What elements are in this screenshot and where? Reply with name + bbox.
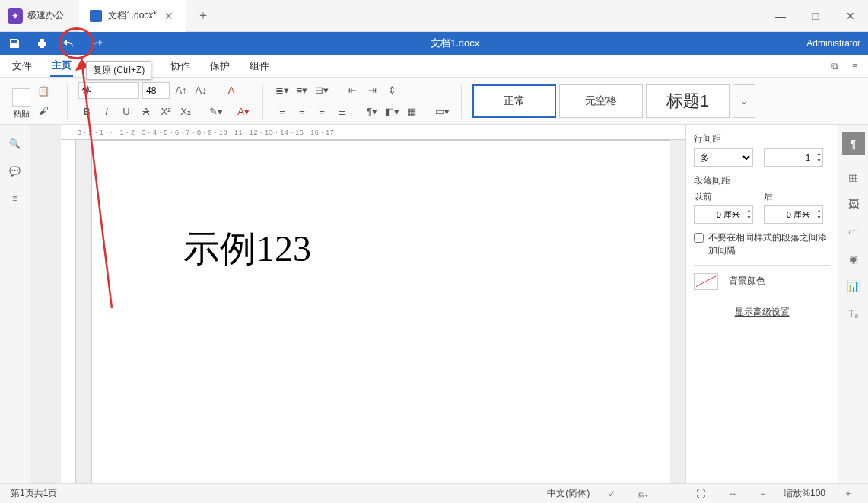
strike-button[interactable]: A (138, 103, 154, 120)
menu-protect[interactable]: 保护 (208, 56, 231, 76)
bold-button[interactable]: B (78, 103, 95, 120)
language-indicator[interactable]: 中文(简体) (547, 487, 590, 500)
document-title: 文档1.docx (103, 37, 806, 50)
shape-panel-icon[interactable]: ◉ (849, 253, 858, 265)
spellcheck-icon[interactable]: ✓ (603, 489, 620, 499)
change-case-icon[interactable]: A (223, 82, 240, 99)
right-rail: ¶ ▦ 🖼 ▭ ◉ 📊 Tₐ (838, 125, 868, 483)
styles-expand-button[interactable]: ⌄ (733, 84, 755, 118)
zoom-in-icon[interactable]: ＋ (839, 487, 857, 500)
zoom-level[interactable]: 缩放%100 (784, 487, 825, 500)
app-brand: ✦ 极速办公 (0, 8, 72, 24)
fit-page-icon[interactable]: ⛶ (692, 489, 710, 499)
align-center-icon[interactable]: ≡ (294, 103, 310, 120)
left-rail: 🔍 💬 ≡ (0, 125, 30, 483)
styles-group: 正常 无空格 标题1 ⌄ (472, 84, 755, 118)
horizontal-ruler[interactable]: 3 · 2 · 1 · · · 1 · 2 · 3 · 4 · 5 · 6 · … (61, 125, 685, 140)
table-panel-icon[interactable]: ▦ (848, 170, 858, 183)
page-scroll[interactable]: 示例123 (91, 140, 670, 483)
copy-icon[interactable]: 📋 (35, 83, 52, 100)
paste-button[interactable]: 粘贴 (12, 88, 30, 119)
highlight-button[interactable]: ✎▾ (208, 103, 224, 120)
fit-width-icon[interactable]: ↔ (723, 489, 742, 499)
line-spacing-type[interactable]: 多 (694, 148, 753, 167)
menu-home[interactable]: 主页 (50, 56, 73, 77)
dec-indent-icon[interactable]: ⇤ (344, 82, 361, 99)
style-no-spacing[interactable]: 无空格 (559, 84, 643, 118)
align-left-icon[interactable]: ≡ (274, 103, 291, 120)
superscript-button[interactable]: X² (157, 103, 174, 120)
app-logo-icon: ✦ (8, 8, 23, 24)
minimize-button[interactable]: — (763, 0, 798, 32)
image-panel-icon[interactable]: 🖼 (848, 198, 859, 210)
italic-button[interactable]: I (98, 103, 115, 120)
font-group: A↑ A↓ A B I U A X² X₂ ✎▾ A▾ (78, 82, 252, 120)
document-tab[interactable]: 文档1.docx* ✕ (79, 0, 186, 32)
font-name-select[interactable] (78, 82, 139, 99)
ribbon-toolbar: 粘贴 📋 🖌 A↑ A↓ A B I U A X² X₂ ✎▾ (0, 78, 868, 125)
bg-color-swatch[interactable] (694, 273, 718, 290)
redo-icon[interactable] (90, 37, 103, 50)
pilcrow-icon[interactable]: ¶▾ (364, 103, 380, 120)
new-tab-button[interactable]: ＋ (186, 8, 220, 24)
document-page[interactable]: 示例123 (91, 140, 670, 483)
header-panel-icon[interactable]: ▭ (848, 225, 858, 237)
decrease-font-icon[interactable]: A↓ (192, 82, 209, 99)
undo-icon[interactable] (62, 37, 76, 50)
no-space-same-style-checkbox[interactable] (694, 233, 704, 243)
bullet-list-icon[interactable]: ≣▾ (274, 82, 291, 99)
spacing-after-input[interactable] (764, 205, 823, 224)
justify-icon[interactable]: ≣ (333, 103, 350, 120)
menu-more-icon[interactable]: ≡ (852, 61, 857, 72)
font-color-button[interactable]: A▾ (235, 103, 252, 120)
insert-object-icon[interactable]: ▭▾ (434, 103, 450, 120)
zoom-out-icon[interactable]: − (755, 489, 770, 499)
font-size-select[interactable] (142, 82, 170, 99)
vertical-ruler[interactable] (61, 140, 76, 483)
spacing-after-label: 后 (764, 190, 823, 203)
style-heading-1[interactable]: 标题1 (646, 84, 730, 118)
svg-rect-1 (40, 39, 44, 42)
headings-icon[interactable]: ≡ (12, 193, 17, 204)
no-space-same-style-label: 不要在相同样式的段落之间添加间隔 (708, 231, 830, 257)
show-advanced-link[interactable]: 显示高级设置 (694, 306, 830, 319)
comments-icon[interactable]: 💬 (9, 166, 21, 177)
title-bar: ✦ 极速办公 文档1.docx* ✕ ＋ — □ ✕ (0, 0, 868, 32)
menu-collab[interactable]: 协作 (169, 56, 192, 76)
increase-font-icon[interactable]: A↑ (173, 82, 189, 99)
window-controls: — □ ✕ (763, 0, 868, 32)
subscript-button[interactable]: X₂ (177, 103, 194, 120)
track-changes-icon[interactable]: ⎌▾ (634, 489, 653, 499)
quick-access-bar: 文档1.docx Administrator (0, 32, 868, 55)
save-icon[interactable] (8, 37, 21, 50)
print-icon[interactable] (35, 37, 49, 50)
underline-button[interactable]: U (118, 103, 135, 120)
format-painter-icon[interactable]: 🖌 (35, 103, 52, 119)
quick-access-toolbar (8, 37, 103, 50)
find-icon[interactable]: 🔍 (9, 138, 21, 149)
maximize-button[interactable]: □ (798, 0, 833, 32)
menu-file[interactable]: 文件 (11, 56, 33, 76)
inc-indent-icon[interactable]: ⇥ (364, 82, 380, 99)
close-window-button[interactable]: ✕ (833, 0, 868, 32)
paragraph-panel-icon[interactable]: ¶ (842, 132, 865, 155)
user-label[interactable]: Administrator (806, 38, 860, 49)
chart-panel-icon[interactable]: 📊 (847, 280, 860, 292)
close-tab-icon[interactable]: ✕ (163, 10, 175, 22)
spacing-before-input[interactable] (694, 205, 753, 224)
align-right-icon[interactable]: ≡ (313, 103, 330, 120)
doc-icon (90, 10, 102, 22)
menu-plugins[interactable]: 组件 (248, 56, 271, 76)
multilevel-list-icon[interactable]: ⊟▾ (313, 82, 330, 99)
style-normal[interactable]: 正常 (472, 84, 556, 118)
clipboard-group: 粘贴 📋 🖌 (8, 83, 56, 119)
number-list-icon[interactable]: ≡▾ (294, 82, 310, 99)
line-spacing-icon[interactable]: ⇕ (383, 82, 400, 99)
merge-icon[interactable]: ▦ (403, 103, 420, 120)
open-file-icon[interactable]: ⧉ (831, 61, 838, 72)
page-indicator[interactable]: 第1页共1页 (11, 487, 57, 500)
shading-icon[interactable]: ◧▾ (383, 103, 400, 120)
document-area: 3 · 2 · 1 · · · 1 · 2 · 3 · 4 · 5 · 6 · … (30, 125, 685, 483)
line-spacing-value[interactable] (764, 148, 823, 167)
textart-panel-icon[interactable]: Tₐ (848, 307, 859, 320)
